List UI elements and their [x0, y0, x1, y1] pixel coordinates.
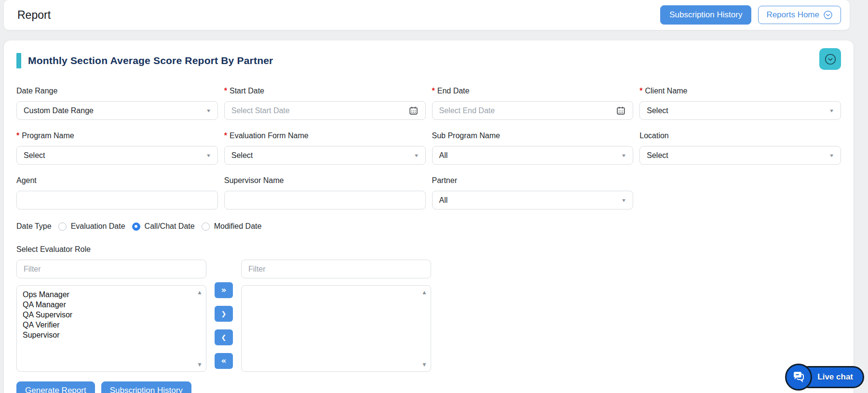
field-date-range: Date Range Custom Date Range ▼	[16, 87, 218, 120]
field-client-name: * Client Name Select ▼	[639, 87, 841, 120]
list-item[interactable]: Supervisor	[23, 330, 193, 340]
radio-modified-date[interactable]: Modified Date	[202, 222, 262, 231]
location-value: Select	[647, 151, 829, 160]
subscription-history-bottom-button[interactable]: Subscription History	[101, 381, 191, 393]
selected-roles-listbox[interactable]: ▲ ▼	[241, 285, 431, 372]
list-item[interactable]: QA Verifier	[23, 320, 193, 330]
start-date-input[interactable]	[224, 101, 426, 120]
field-supervisor-name: Supervisor Name	[224, 176, 426, 210]
evaluator-role-label: Select Evaluator Role	[16, 245, 844, 254]
available-roles-list: Ops ManagerQA ManagerQA SupervisorQA Ver…	[23, 289, 193, 340]
agent-label: Agent	[16, 176, 218, 185]
scroll-up-icon[interactable]: ▲	[197, 289, 203, 295]
agent-input[interactable]	[16, 191, 218, 210]
agent-field[interactable]	[24, 191, 211, 209]
page-title: Report	[17, 9, 51, 22]
location-select[interactable]: Select ▼	[639, 146, 841, 165]
field-agent: Agent	[16, 176, 218, 210]
required-marker: *	[639, 87, 642, 95]
available-roles-listbox[interactable]: Ops ManagerQA ManagerQA SupervisorQA Ver…	[16, 285, 206, 372]
supervisor-name-label: Supervisor Name	[224, 176, 426, 185]
field-location: Location Select ▼	[639, 131, 841, 165]
reports-home-button[interactable]: Reports Home	[758, 6, 841, 24]
calendar-icon[interactable]	[616, 105, 626, 116]
date-range-label: Date Range	[16, 87, 218, 95]
end-date-input[interactable]	[432, 101, 634, 120]
transfer-buttons: » ❯ ❮ «	[215, 282, 233, 369]
generate-report-button[interactable]: Generate Report	[16, 381, 95, 393]
partner-select[interactable]: All ▼	[432, 191, 634, 210]
radio-circle-icon	[202, 223, 210, 231]
radio-circle-icon	[58, 223, 67, 231]
radio-evaluation-date[interactable]: Evaluation Date	[58, 222, 125, 231]
filter-form: Date Range Custom Date Range ▼ * Start D…	[14, 75, 844, 210]
partner-label: Partner	[432, 176, 634, 185]
program-name-select[interactable]: Select ▼	[16, 146, 218, 165]
chevron-down-icon: ▼	[621, 153, 627, 158]
chevron-down-icon: ▼	[413, 153, 419, 158]
end-date-label: * End Date	[432, 87, 634, 95]
supervisor-name-field[interactable]	[231, 191, 419, 209]
evaluation-form-name-label: * Evaluation Form Name	[224, 131, 426, 140]
livechat-widget[interactable]: Live chat	[785, 364, 864, 391]
location-label: Location	[639, 131, 841, 140]
chevron-down-icon: ▼	[205, 153, 211, 158]
sub-program-name-select[interactable]: All ▼	[432, 146, 634, 165]
program-name-label: * Program Name	[16, 131, 218, 140]
radio-circle-icon	[132, 223, 140, 231]
required-marker: *	[432, 87, 435, 95]
required-marker: *	[16, 131, 19, 140]
end-date-field[interactable]	[439, 102, 616, 119]
program-name-value: Select	[24, 151, 206, 160]
scroll-down-icon[interactable]: ▼	[197, 362, 203, 367]
list-item[interactable]: Ops Manager	[23, 289, 193, 300]
collapse-panel-button[interactable]	[819, 48, 841, 70]
card-header: Monthly Section Average Score Report By …	[14, 53, 844, 68]
sub-program-name-value: All	[439, 151, 622, 160]
start-date-field[interactable]	[231, 102, 408, 119]
supervisor-name-input[interactable]	[224, 191, 426, 210]
move-all-right-button[interactable]: »	[215, 282, 233, 298]
date-type-group: Date Type Evaluation Date Call/Chat Date…	[16, 222, 844, 231]
available-roles-pane: Ops ManagerQA ManagerQA SupervisorQA Ver…	[16, 260, 206, 372]
selected-roles-pane: ▲ ▼	[241, 260, 431, 372]
chevron-down-icon: ▼	[621, 198, 627, 203]
scroll-up-icon[interactable]: ▲	[421, 289, 427, 295]
available-roles-filter-input[interactable]	[16, 260, 206, 278]
move-right-button[interactable]: ❯	[215, 306, 233, 322]
field-program-name: * Program Name Select ▼	[16, 131, 218, 165]
field-end-date: * End Date	[432, 87, 634, 120]
list-item[interactable]: QA Supervisor	[23, 310, 193, 320]
field-start-date: * Start Date	[224, 87, 426, 120]
required-marker: *	[224, 87, 227, 95]
top-header-bar: Report Subscription History Reports Home	[4, 0, 850, 30]
list-item[interactable]: QA Manager	[23, 300, 193, 310]
header-actions: Subscription History Reports Home	[660, 5, 841, 25]
required-marker: *	[224, 131, 227, 140]
radio-call-chat-date[interactable]: Call/Chat Date	[132, 222, 195, 231]
chevron-down-icon: ▼	[205, 108, 211, 113]
date-type-label: Date Type	[16, 222, 52, 231]
empty-grid-cell	[639, 176, 841, 210]
field-partner: Partner All ▼	[432, 176, 634, 210]
scroll-down-icon[interactable]: ▼	[421, 362, 427, 367]
chevron-down-circle-icon	[824, 53, 837, 66]
move-left-button[interactable]: ❮	[215, 329, 233, 345]
evaluator-role-dual-list: Ops ManagerQA ManagerQA SupervisorQA Ver…	[14, 260, 844, 372]
report-title: Monthly Section Average Score Report By …	[28, 55, 273, 66]
sub-program-name-label: Sub Program Name	[432, 131, 634, 140]
client-name-value: Select	[647, 106, 829, 115]
subscription-history-button[interactable]: Subscription History	[660, 5, 751, 25]
form-actions: Generate Report Subscription History	[16, 381, 844, 393]
title-accent-bar	[16, 53, 21, 68]
move-all-left-button[interactable]: «	[215, 353, 233, 369]
chevron-down-icon: ▼	[829, 153, 835, 158]
selected-roles-filter-input[interactable]	[241, 260, 431, 278]
field-evaluation-form-name: * Evaluation Form Name Select ▼	[224, 131, 426, 165]
date-range-select[interactable]: Custom Date Range ▼	[16, 101, 218, 120]
chevron-down-circle-icon	[823, 10, 833, 20]
client-name-select[interactable]: Select ▼	[639, 101, 841, 120]
calendar-icon[interactable]	[408, 105, 419, 116]
evaluation-form-name-select[interactable]: Select ▼	[224, 146, 426, 165]
chat-bubble-icon[interactable]	[785, 364, 812, 391]
